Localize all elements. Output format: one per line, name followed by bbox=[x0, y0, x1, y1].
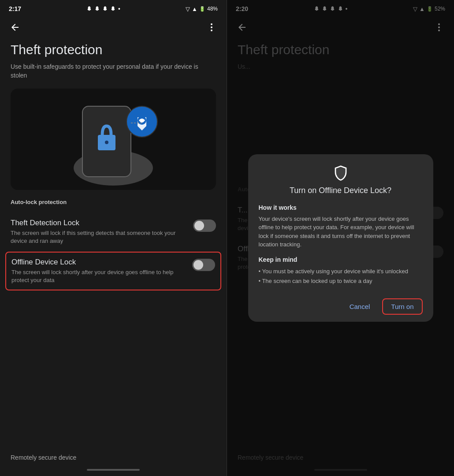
left-bottom-area: Remotely secure device bbox=[0, 444, 227, 476]
svg-point-6 bbox=[105, 141, 108, 144]
left-menu-button[interactable] bbox=[204, 19, 220, 35]
left-status-bar: 2:17 • ▽ ▲ 🔋 48% bbox=[0, 0, 227, 16]
cancel-button[interactable]: Cancel bbox=[341, 298, 379, 315]
dialog-bullets: • You must be actively using your device… bbox=[259, 267, 423, 286]
shield-icon bbox=[333, 165, 349, 181]
dialog-overlay: Turn on Offline Device Lock? How it work… bbox=[227, 0, 454, 476]
dialog-title: Turn on Offline Device Lock? bbox=[259, 186, 423, 195]
left-section-label: Auto-lock protection bbox=[11, 199, 216, 205]
left-top-nav bbox=[0, 16, 227, 39]
left-snap-icons: • bbox=[86, 5, 120, 12]
left-time: 2:17 bbox=[9, 5, 21, 12]
battery-icon: 🔋 bbox=[199, 6, 205, 12]
offline-device-lock-dialog: Turn on Offline Device Lock? How it work… bbox=[248, 154, 433, 322]
right-phone-screen: 2:20 • ▽ ▲ 🔋 52% Theft protection Us... … bbox=[227, 0, 454, 476]
left-back-button[interactable] bbox=[7, 19, 23, 35]
svg-point-0 bbox=[211, 23, 212, 25]
battery-percent-left: 48% bbox=[207, 6, 218, 12]
dialog-bullet-2: • The screen can be locked up to twice a… bbox=[259, 276, 423, 286]
dialog-how-it-works-text: Your device's screen will lock shortly a… bbox=[259, 215, 423, 249]
dialog-keep-in-mind-label: Keep in mind bbox=[259, 256, 423, 263]
signal-icon: ▲ bbox=[192, 6, 197, 12]
dialog-how-it-works-label: How it works bbox=[259, 204, 423, 211]
left-content: Theft protection Use built-in safeguards… bbox=[0, 39, 227, 444]
offline-device-lock-toggle[interactable] bbox=[192, 259, 215, 271]
theft-detection-title: Theft Detection Lock bbox=[11, 219, 186, 227]
dialog-buttons: Cancel Turn on bbox=[259, 295, 423, 315]
offline-device-lock-setting: Offline Device Lock The screen will lock… bbox=[5, 252, 221, 290]
left-phone-screen: 2:17 • ▽ ▲ 🔋 48% Theft protection Use bu… bbox=[0, 0, 227, 476]
offline-device-lock-title: Offline Device Lock bbox=[11, 258, 185, 267]
left-bottom-indicator bbox=[87, 469, 140, 471]
offline-device-lock-desc: The screen will lock shortly after your … bbox=[11, 268, 185, 284]
wifi-icon: ▽ bbox=[186, 6, 190, 12]
left-page-title: Theft protection bbox=[11, 42, 216, 57]
theft-detection-toggle[interactable] bbox=[193, 219, 216, 232]
left-illustration bbox=[11, 89, 216, 190]
left-page-subtitle: Use built-in safeguards to protect your … bbox=[11, 63, 216, 80]
svg-point-2 bbox=[211, 30, 212, 31]
left-status-right: ▽ ▲ 🔋 48% bbox=[186, 6, 218, 12]
dialog-bullet-1: • You must be actively using your device… bbox=[259, 267, 423, 276]
dialog-shield-icon-container bbox=[259, 165, 423, 181]
left-remotely-secure: Remotely secure device bbox=[11, 450, 216, 465]
theft-detection-desc: The screen will lock if this setting det… bbox=[11, 229, 186, 245]
turn-on-button[interactable]: Turn on bbox=[382, 298, 422, 315]
theft-detection-setting: Theft Detection Lock The screen will loc… bbox=[11, 212, 216, 251]
theft-detection-text: Theft Detection Lock The screen will loc… bbox=[11, 219, 186, 245]
offline-device-lock-text: Offline Device Lock The screen will lock… bbox=[11, 258, 185, 284]
svg-point-1 bbox=[211, 26, 212, 28]
